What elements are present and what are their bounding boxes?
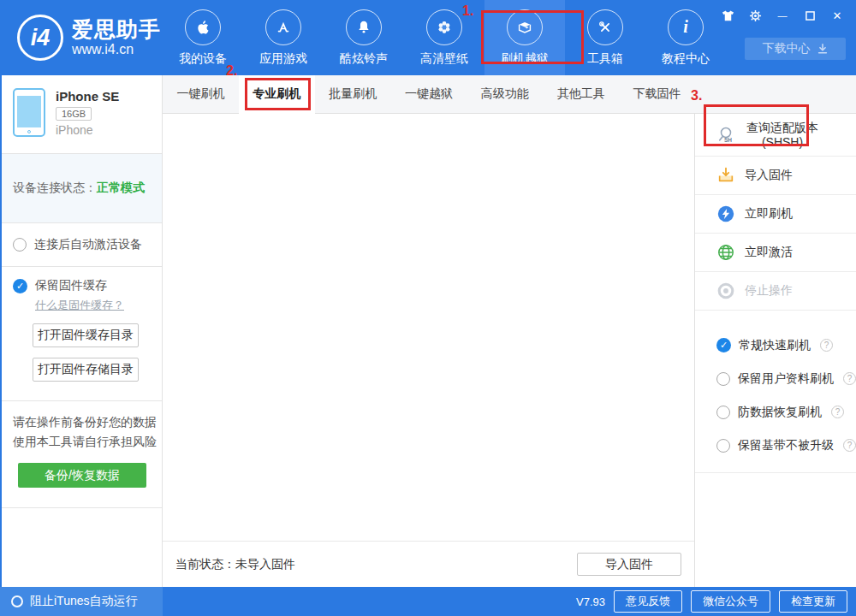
theme-skin-icon[interactable]: [721, 9, 734, 22]
shsh-magnifier-icon: SH: [716, 125, 737, 145]
tab-one-key-jailbreak[interactable]: 一键越狱: [391, 75, 467, 113]
device-name: iPhone SE: [56, 89, 119, 104]
iphone-icon: [13, 88, 45, 137]
sidebar-empty-area: [2, 508, 162, 587]
wechat-button[interactable]: 微信公众号: [691, 590, 770, 613]
tab-other-tools[interactable]: 其他工具: [543, 75, 619, 113]
warning-line-1: 请在操作前备份好您的数据: [13, 412, 162, 432]
activate-now-label: 立即激活: [745, 245, 793, 260]
import-firmware-button[interactable]: 导入固件: [577, 553, 681, 576]
wallpaper-icon: [426, 9, 462, 45]
option-radio-checked[interactable]: ✓: [716, 338, 731, 352]
nav-label: 教程中心: [662, 51, 710, 67]
tab-batch-flash[interactable]: 批量刷机: [315, 75, 391, 113]
block-itunes-option[interactable]: 阻止iTunes自动运行: [0, 587, 163, 616]
backup-warning-section: 请在操作前备份好您的数据 使用本工具请自行承担风险 备份/恢复数据: [2, 401, 162, 508]
nav-apps-games[interactable]: 应用游戏: [243, 0, 324, 75]
backup-restore-button[interactable]: 备份/恢复数据: [18, 463, 146, 488]
settings-gear-icon[interactable]: [748, 9, 762, 22]
flash-now-action[interactable]: 立即刷机: [695, 195, 856, 234]
nav-label: 刷机越狱: [501, 51, 549, 67]
nav-tutorials[interactable]: i 教程中心: [645, 0, 726, 75]
option-keep-user-data[interactable]: 保留用户资料刷机 ?: [716, 362, 856, 395]
app-logo: i4 爱思助手 www.i4.cn: [0, 0, 167, 75]
nav-my-device[interactable]: 我的设备: [163, 0, 243, 75]
block-itunes-radio[interactable]: [11, 595, 23, 607]
connection-status: 设备连接状态： 正常模式: [2, 153, 162, 223]
open-storage-dir-button[interactable]: 打开固件存储目录: [33, 358, 139, 382]
check-update-button[interactable]: 检查更新: [779, 590, 847, 613]
help-icon[interactable]: ?: [843, 372, 856, 385]
info-icon: i: [668, 9, 704, 45]
auto-activate-option[interactable]: 连接后自动激活设备: [2, 223, 162, 267]
option-normal-fast-flash[interactable]: ✓ 常规快速刷机 ?: [716, 329, 856, 362]
tab-advanced[interactable]: 高级功能: [467, 75, 543, 113]
flash-options: ✓ 常规快速刷机 ? 保留用户资料刷机 ? 防数据恢复刷机 ?: [695, 311, 856, 473]
stop-icon: [716, 281, 735, 300]
import-firmware-action[interactable]: 导入固件: [695, 157, 856, 195]
flash-now-label: 立即刷机: [745, 206, 793, 222]
i4-logo-icon: i4: [17, 15, 63, 61]
firmware-status-text: 当前状态：未导入固件: [175, 557, 295, 572]
device-info: iPhone SE 16GB iPhone: [2, 75, 162, 153]
download-center-button[interactable]: 下载中心: [745, 38, 846, 60]
flash-tabbar: 一键刷机 专业刷机 批量刷机 一键越狱 高级功能 其他工具 下载固件: [163, 75, 856, 114]
device-sidebar: iPhone SE 16GB iPhone 设备连接状态： 正常模式 连接后自动…: [0, 75, 163, 587]
activate-now-action[interactable]: 立即激活: [695, 234, 856, 272]
tab-download-firmware[interactable]: 下载固件: [619, 75, 695, 113]
bell-icon: [346, 9, 382, 45]
minimize-icon[interactable]: —: [776, 9, 789, 22]
option-label: 常规快速刷机: [739, 338, 811, 353]
keep-cache-label: 保留固件缓存: [35, 278, 107, 293]
auto-activate-radio[interactable]: [13, 238, 27, 252]
svg-text:SH: SH: [724, 137, 732, 143]
actions-sidebar: SH 查询适配版本 (SHSH) 导入固件: [695, 114, 856, 587]
download-icon: [817, 43, 829, 55]
device-capacity-badge: 16GB: [56, 107, 92, 121]
tab-one-key-flash[interactable]: 一键刷机: [163, 75, 239, 113]
help-icon[interactable]: ?: [843, 439, 856, 452]
flash-bolt-icon: [716, 204, 735, 223]
connection-status-label: 设备连接状态：: [13, 181, 97, 196]
auto-activate-label: 连接后自动激活设备: [34, 237, 142, 252]
nav-flash-jailbreak[interactable]: 刷机越狱: [484, 0, 565, 75]
device-model: iPhone: [56, 123, 119, 137]
what-is-cache-link[interactable]: 什么是固件缓存？: [35, 298, 162, 313]
option-anti-data-recovery[interactable]: 防数据恢复刷机 ?: [716, 395, 856, 429]
option-radio[interactable]: [716, 372, 730, 386]
warning-line-2: 使用本工具请自行承担风险: [13, 432, 162, 452]
tab-pro-flash[interactable]: 专业刷机: [239, 75, 315, 114]
appstore-icon: [265, 9, 301, 45]
app-window: i4 爱思助手 www.i4.cn 我的设备 应用游戏: [0, 0, 856, 616]
open-cache-dir-button[interactable]: 打开固件缓存目录: [33, 323, 139, 347]
option-radio[interactable]: [716, 439, 730, 453]
feedback-button[interactable]: 意见反馈: [614, 590, 682, 613]
keep-cache-checkbox[interactable]: ✓: [13, 279, 27, 293]
option-keep-baseband[interactable]: 保留基带不被升级 ?: [716, 429, 856, 462]
connection-status-value: 正常模式: [97, 181, 145, 196]
nav-ringtones[interactable]: 酷炫铃声: [324, 0, 404, 75]
firmware-status-bar: 当前状态：未导入固件 导入固件: [163, 541, 694, 587]
help-icon[interactable]: ?: [820, 339, 833, 352]
option-label: 保留用户资料刷机: [738, 371, 834, 387]
main-nav: 我的设备 应用游戏 酷炫铃声 高清壁纸: [163, 0, 726, 75]
option-label: 保留基带不被升级: [738, 438, 834, 453]
window-controls: — ✕: [721, 9, 844, 22]
close-icon[interactable]: ✕: [830, 9, 844, 22]
actions-empty-area: [695, 473, 856, 587]
option-radio[interactable]: [716, 406, 730, 419]
maximize-icon[interactable]: [803, 9, 817, 22]
toolbox-icon: [587, 9, 623, 45]
activate-globe-icon: [716, 243, 735, 262]
nav-label: 工具箱: [587, 51, 623, 67]
block-itunes-label: 阻止iTunes自动运行: [30, 594, 138, 609]
help-icon[interactable]: ?: [831, 406, 844, 418]
app-version: V7.93: [576, 595, 605, 608]
query-shsh-action[interactable]: SH 查询适配版本 (SHSH): [695, 114, 856, 157]
nav-label: 应用游戏: [259, 51, 307, 67]
firmware-cache-section: ✓ 保留固件缓存 什么是固件缓存？ 打开固件缓存目录 打开固件存储目录: [2, 267, 162, 401]
nav-toolbox[interactable]: 工具箱: [565, 0, 645, 75]
logo-symbol: i4: [31, 25, 51, 51]
shsh-label-line1: 查询适配版本: [746, 121, 818, 135]
nav-wallpapers[interactable]: 高清壁纸: [404, 0, 484, 75]
